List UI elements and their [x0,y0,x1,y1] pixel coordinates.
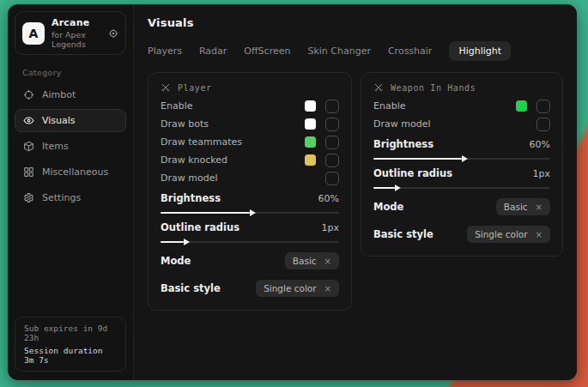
tab-skin-changer[interactable]: Skin Changer [307,41,371,61]
outline-radius-slider: Outline radius 1px [161,221,339,243]
category-label: Category [22,68,126,77]
slider-thumb[interactable] [184,239,190,245]
select-label: Basic style [373,228,433,240]
tag-value: Basic [293,256,317,266]
checkbox[interactable] [536,118,550,131]
weapon-panel-header: Weapon In Hands [373,82,550,93]
toggle-row-draw-knocked: Draw knocked [161,151,339,169]
slider-label: Outline radius [161,221,239,233]
slider-track[interactable] [373,187,550,189]
sidebar-item-settings[interactable]: Settings [15,186,126,209]
basic-style-tag[interactable]: Single color × [256,280,339,297]
color-swatch[interactable] [516,100,527,112]
toggle-label: Draw model [373,118,430,130]
sidebar-item-label: Aimbot [42,89,76,100]
toggle-label: Draw knocked [161,154,227,166]
tab-offscreen[interactable]: OffScreen [244,41,290,61]
tab-crosshair[interactable]: Crosshair [388,41,432,61]
basic-style-select: Basic style Single color × [161,278,339,299]
tab-highlight[interactable]: Highlight [449,41,511,61]
mode-select: Mode Basic × [373,197,550,217]
checkbox[interactable] [325,172,339,185]
checkbox[interactable] [536,100,550,113]
sidebar-item-items[interactable]: Items [15,135,126,158]
tab-radar[interactable]: Radar [199,41,227,61]
swords-icon [373,82,384,93]
player-panel-header: Player [161,82,339,93]
panel-title: Player [178,83,212,93]
toggle-label: Enable [373,100,405,112]
slider-thumb[interactable] [250,209,256,216]
remove-tag-icon[interactable]: × [324,257,331,266]
mode-select: Mode Basic × [161,251,339,271]
checkbox[interactable] [325,154,339,167]
app-window: A Arcane for Apex Legends Category [8,4,577,380]
sidebar-item-aimbot[interactable]: Aimbot [15,83,126,106]
slider-thumb[interactable] [462,155,468,162]
basic-style-tag[interactable]: Single color × [467,226,550,243]
tag-value: Single color [475,229,527,239]
outline-radius-slider: Outline radius 1px [373,167,550,189]
sub-expiry-text: Sub expires in 9d 23h [24,324,117,342]
sidebar-item-visuals[interactable]: Visuals [15,109,126,132]
toggle-row-enable: Enable [161,97,339,115]
brightness-slider: Brightness 60% [373,138,550,160]
app-meta: Arcane for Apex Legends [52,17,101,49]
swords-icon [161,82,171,93]
sidebar-item-label: Miscellaneous [42,166,108,178]
tab-players[interactable]: Players [148,41,182,61]
tab-bar: Players Radar OffScreen Skin Changer Cro… [148,41,563,61]
checkbox[interactable] [325,136,339,149]
slider-track[interactable] [161,241,339,243]
weapon-in-hands-panel: Weapon In Hands Enable Draw model Bright… [361,72,563,257]
toggle-label: Enable [161,100,192,112]
mode-tag[interactable]: Basic × [285,252,339,269]
brightness-slider: Brightness 60% [161,192,339,214]
crosshair-icon [23,89,34,100]
target-icon[interactable] [108,28,118,39]
toggle-row-draw-teammates: Draw teammates [161,133,339,151]
toggle-row-draw-model: Draw model [373,115,550,133]
sidebar-item-miscellaneous[interactable]: Miscellaneous [15,160,126,184]
sidebar: A Arcane for Apex Legends Category [8,4,134,380]
remove-tag-icon[interactable]: × [536,230,543,239]
toggle-row-draw-bots: Draw bots [161,115,339,133]
slider-thumb[interactable] [395,184,401,191]
grid-icon [23,166,34,178]
session-duration-text: Session duration 3m 7s [24,346,117,365]
panel-area: Player Enable Draw bots Draw teammates [148,72,563,311]
checkbox[interactable] [325,118,339,131]
main-content: Visuals Players Radar OffScreen Skin Cha… [134,4,577,380]
checkbox[interactable] [325,100,339,113]
page-title: Visuals [148,16,563,29]
color-swatch[interactable] [305,154,316,166]
mode-tag[interactable]: Basic × [496,198,550,215]
app-subtitle: for Apex Legends [52,30,101,49]
gear-icon [23,192,34,203]
eye-icon [23,115,34,126]
tag-value: Basic [504,202,528,212]
toggle-row-enable: Enable [373,97,550,115]
slider-track[interactable] [161,212,339,214]
remove-tag-icon[interactable]: × [536,203,543,212]
sidebar-item-label: Visuals [42,115,76,126]
color-swatch[interactable] [305,136,316,148]
remove-tag-icon[interactable]: × [324,284,331,293]
app-logo: A [22,22,45,45]
tag-value: Single color [264,283,316,293]
slider-value: 60% [318,193,339,204]
toggle-label: Draw model [161,172,217,184]
slider-label: Brightness [161,192,221,204]
panel-title: Weapon In Hands [391,83,476,93]
slider-value: 1px [533,168,551,179]
select-label: Mode [373,201,403,213]
player-panel: Player Enable Draw bots Draw teammates [148,72,352,311]
toggle-row-draw-model: Draw model [161,169,339,187]
color-swatch[interactable] [305,100,316,112]
color-swatch[interactable] [305,118,316,130]
basic-style-select: Basic style Single color × [373,224,550,245]
sidebar-item-label: Items [42,141,69,152]
select-label: Mode [161,255,191,267]
slider-track[interactable] [373,158,550,160]
subscription-card: Sub expires in 9d 23h Session duration 3… [15,317,126,372]
